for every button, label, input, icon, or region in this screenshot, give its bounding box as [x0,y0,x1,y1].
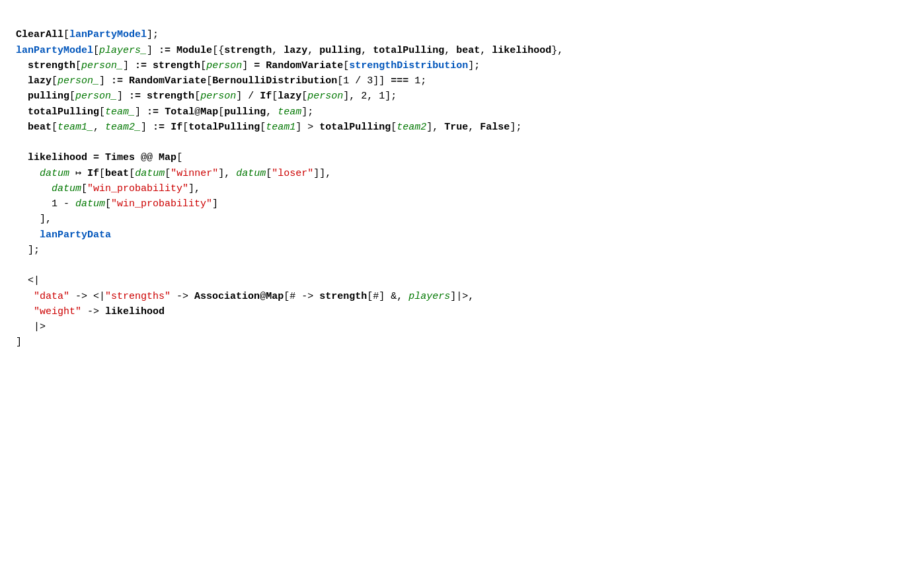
line-beat: beat[team1_, team2_] := If[totalPulling[… [16,122,521,133]
line-pulling: pulling[person_] := strength[person] / I… [16,91,397,102]
line-datum-1min: 1 - datum["win_probability"] [16,198,218,210]
line-close-bracket: ], [16,214,52,225]
line-model-def: lanPartyModel[players_] := Module[{stren… [16,45,563,56]
line-assoc-close: |> [16,321,46,333]
line-weight-key: "weight" -> likelihood [16,306,165,317]
line-assoc-open: <| [16,275,40,286]
line-lazy: lazy[person_] := RandomVariate[Bernoulli… [16,75,426,87]
line-strength: strength[person_] := strength[person] = … [16,60,480,71]
line-data-key: "data" -> <|"strengths" -> Association@M… [16,291,474,302]
line-totalpulling: totalPulling[team_] := Total@Map[pulling… [16,106,313,118]
line-module-close: ] [16,337,22,348]
code-editor: ClearAll[lanPartyModel]; lanPartyModel[p… [16,12,908,350]
line-datum-fn: datum ↦ If[beat[datum["winner"], datum["… [16,168,331,179]
line-likelihood-assign: likelihood = Times @@ Map[ [16,152,182,163]
line-semcolon: ]; [16,245,40,256]
line-lanpartydata: lanPartyData [16,229,111,241]
line-clearall: ClearAll[lanPartyModel]; [16,29,159,40]
line-datum-win: datum["win_probability"], [16,183,200,194]
